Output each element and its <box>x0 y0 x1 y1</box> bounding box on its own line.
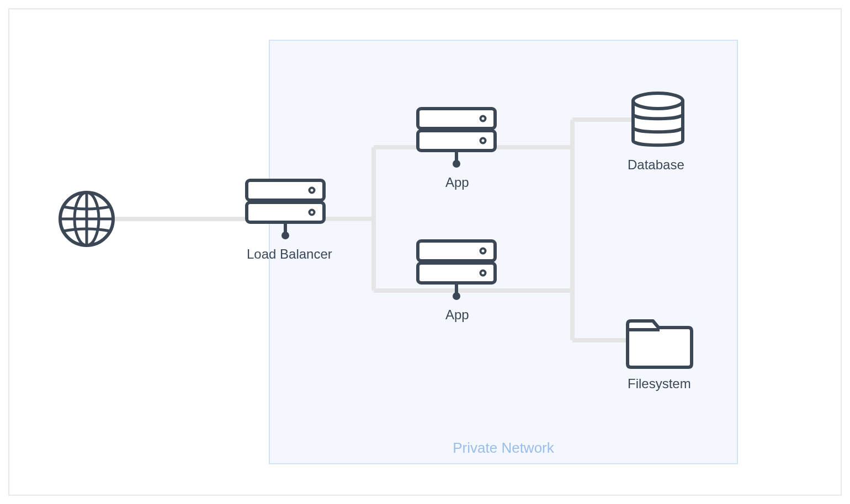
diagram-canvas: Private Network <box>8 8 842 496</box>
filesystem-label: Filesystem <box>628 376 691 392</box>
filesystem-icon <box>9 9 841 495</box>
